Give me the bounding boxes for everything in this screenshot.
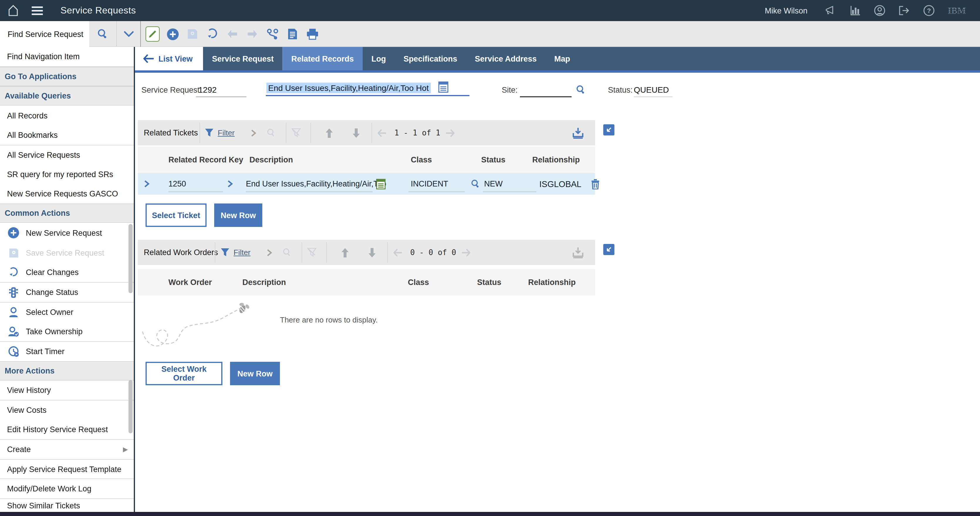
help-icon[interactable]: ? [923,5,935,16]
main-area: List View Service Request Related Record… [135,47,980,512]
tab-log[interactable]: Log [363,47,395,70]
filter-link[interactable]: Filter [218,120,235,145]
filter-icon[interactable] [220,240,230,265]
expand-filter-icon[interactable] [266,240,272,265]
query-all-service-requests[interactable]: All Service Requests [0,145,134,165]
column-header[interactable]: Relationship [532,147,580,173]
sidebar-section-go-to-applications[interactable]: Go To Applications [0,67,134,86]
column-header[interactable]: Class [408,269,429,295]
move-row-down-icon [352,120,361,145]
action-clear-changes[interactable]: Clear Changes [0,263,134,282]
site-field[interactable] [520,96,571,97]
move-row-up-icon [325,120,334,145]
action-take-ownership[interactable]: Take Ownership [0,322,134,341]
megaphone-icon[interactable] [825,5,837,16]
query-sr-my-reported[interactable]: SR query for my reported SRs [0,165,134,184]
download-icon [572,240,584,265]
column-header[interactable]: Description [242,269,286,295]
select-work-order-button[interactable]: Select Work Order [146,362,223,385]
tab-service-address[interactable]: Service Address [466,47,546,70]
filter-icon[interactable] [204,120,214,145]
action-select-owner[interactable]: Select Owner [0,303,134,322]
sign-out-icon[interactable] [899,5,910,16]
filter-link[interactable]: Filter [234,240,251,265]
query-all-bookmarks[interactable]: All Bookmarks [0,125,134,145]
action-label: Take Ownership [26,327,83,336]
action-edit-history-sr[interactable]: Edit History Service Request [0,420,134,439]
toolbar-divider [302,242,302,263]
action-change-status[interactable]: Change Status [0,283,134,302]
user-icon[interactable] [874,5,886,16]
column-header[interactable]: Relationship [528,269,576,295]
person-check-icon [6,326,21,337]
tab-underline [135,70,980,73]
print-icon[interactable] [305,26,319,41]
toolbar-divider [140,21,141,47]
action-show-similar-tickets[interactable]: Show Similar Tickets [0,499,134,512]
empty-table-message: There are no rows to display. [280,316,378,324]
chevron-down-icon[interactable] [116,21,141,47]
new-record-icon[interactable] [165,26,180,41]
find-record-input[interactable] [0,21,89,47]
select-ticket-button[interactable]: Select Ticket [146,203,207,227]
scrollbar-thumb[interactable] [129,380,133,433]
find-navigation-item[interactable]: Find Navigation Item [0,47,134,67]
column-header[interactable]: Related Record Key [169,147,243,173]
service-request-number[interactable]: 1292 [198,85,216,94]
next-page-icon [445,120,455,145]
action-modify-delete-work-log[interactable]: Modify/Delete Work Log [0,479,134,499]
minimize-table-icon[interactable] [603,124,614,135]
delete-row-icon[interactable] [591,173,600,195]
bar-chart-icon[interactable] [850,5,861,16]
scrollbar-thumb[interactable] [129,224,133,293]
related-tickets-section: Related Tickets Filter [138,120,595,195]
home-icon[interactable] [8,5,19,16]
query-all-records[interactable]: All Records [0,106,134,125]
column-header[interactable]: Status [481,147,506,173]
svg-text:IBM: IBM [948,6,966,15]
column-header[interactable]: Work Order [169,269,212,295]
column-header[interactable]: Status [477,269,501,295]
cell-underline [246,191,372,192]
tab-map[interactable]: Map [546,47,579,70]
action-view-history[interactable]: View History [0,381,134,400]
expand-filter-icon[interactable] [251,120,256,145]
hamburger-menu-icon[interactable] [32,6,43,15]
row-long-description-icon[interactable] [376,173,385,195]
report-icon[interactable] [285,26,299,41]
column-header[interactable]: Class [411,147,432,173]
new-row-button-work-orders[interactable]: New Row [230,362,280,385]
action-new-service-request[interactable]: New Service Request [0,223,134,243]
column-header[interactable]: Description [250,147,293,173]
action-view-costs[interactable]: View Costs [0,400,134,420]
app-window: Service Requests Mike Wilson ? IBM [0,0,980,516]
cell-relationship[interactable]: ISGLOBAL [539,173,581,195]
minimize-table-icon[interactable] [603,244,614,255]
tab-specifications[interactable]: Specifications [395,47,466,70]
tab-service-request[interactable]: Service Request [203,47,283,70]
new-row-button-tickets[interactable]: New Row [214,203,262,227]
action-apply-sr-template[interactable]: Apply Service Request Template [0,460,134,478]
row-expand-icon[interactable] [144,173,150,195]
goto-record-icon[interactable] [227,173,233,195]
action-create[interactable]: Create ▶ [0,440,134,459]
search-icon[interactable] [89,21,116,47]
long-description-icon[interactable] [438,81,448,93]
toolbar-divider [387,242,388,263]
download-icon[interactable] [572,120,584,145]
workflow-icon[interactable] [265,26,279,41]
tab-related-records[interactable]: Related Records [283,47,363,70]
class-lookup-icon[interactable] [470,173,480,195]
page-title: Service Requests [60,5,136,16]
action-start-timer[interactable]: Start Timer [0,342,134,361]
site-lookup-icon[interactable] [575,84,586,95]
tab-list-view[interactable]: List View [135,47,203,70]
action-label: Start Timer [26,347,65,356]
clear-changes-icon[interactable] [205,26,220,41]
edit-pencil-icon[interactable] [146,26,160,41]
move-row-up-icon [340,240,350,265]
related-ticket-row[interactable]: 1250 End User Issues,Facility,Heating/Ai… [138,173,595,195]
app-toolbar [0,21,980,47]
no-rows-doodle [140,302,266,351]
query-new-sr-gasco[interactable]: New Service Requests GASCO [0,184,134,203]
